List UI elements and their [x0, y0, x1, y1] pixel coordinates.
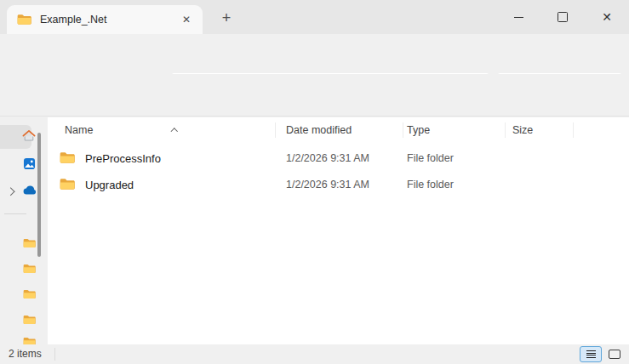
details-view-toggle[interactable] [580, 346, 602, 362]
file-type: File folder [407, 152, 454, 164]
new-tab-button[interactable]: + [216, 8, 237, 28]
close-icon: ✕ [602, 11, 612, 23]
navigation-bar: ← → ↑ Start backup ⋯ Example_.Net [0, 34, 629, 74]
column-divider[interactable] [403, 122, 403, 138]
file-row[interactable]: PreProcessInfo 1/2/2026 9:31 AM File fol… [48, 145, 629, 172]
file-type: File folder [407, 179, 454, 191]
maximize-icon [558, 12, 568, 22]
tab-close-button[interactable]: ✕ [177, 10, 196, 29]
folder-icon [60, 151, 75, 164]
file-explorer-window: Example_.Net ✕ + ✕ ← → ↑ Start backup ⋯ … [0, 0, 629, 364]
sort-ascending-icon[interactable] [172, 122, 177, 137]
tab-strip: Example_.Net ✕ + ✕ [0, 0, 629, 34]
icons-view-toggle[interactable] [603, 346, 626, 362]
sidebar-folder-icon[interactable] [23, 238, 36, 248]
close-window-button[interactable]: ✕ [585, 0, 629, 34]
file-row[interactable]: Upgraded 1/2/2026 9:31 AM File folder [48, 172, 629, 198]
navigation-pane [0, 117, 48, 344]
file-date-modified: 1/2/2026 9:31 AM [286, 152, 369, 164]
column-divider[interactable] [505, 122, 506, 138]
window-controls: ✕ [496, 0, 629, 34]
folder-icon [60, 178, 75, 191]
file-date-modified: 1/2/2026 9:31 AM [286, 179, 369, 191]
sidebar-folder-icon[interactable] [23, 264, 36, 274]
column-header-type[interactable]: Type [407, 117, 430, 143]
column-header-name[interactable]: Name [65, 117, 93, 143]
column-header-date[interactable]: Date modified [286, 117, 352, 143]
sidebar-divider [4, 213, 26, 214]
maximize-button[interactable] [540, 0, 585, 34]
view-toggles [580, 346, 626, 362]
folder-icon [17, 14, 31, 26]
details-view-icon [586, 350, 596, 358]
sidebar-scrollbar[interactable] [37, 133, 41, 257]
explorer-tab[interactable]: Example_.Net ✕ [7, 5, 203, 34]
expand-chevron-icon[interactable] [7, 188, 14, 196]
column-divider[interactable] [275, 122, 276, 138]
minimize-icon [514, 17, 523, 18]
onedrive-cloud-icon[interactable] [22, 185, 36, 195]
file-list-pane: Name Date modified Type Size PreProcessI… [48, 117, 629, 344]
column-header-size[interactable]: Size [512, 117, 533, 143]
minimize-button[interactable] [496, 0, 540, 34]
icons-view-icon [609, 350, 620, 359]
item-count: 2 items [9, 348, 42, 360]
command-toolbar: New ↑↓ Sort View [0, 74, 629, 117]
file-name: Upgraded [85, 179, 134, 191]
tab-title: Example_.Net [40, 14, 107, 26]
status-bar: 2 items [0, 344, 629, 364]
sidebar-folder-icon[interactable] [23, 315, 36, 325]
sidebar-folder-icon[interactable] [23, 289, 36, 299]
gallery-icon[interactable] [23, 157, 36, 170]
file-name: PreProcessInfo [85, 152, 161, 165]
home-icon [22, 129, 36, 141]
status-divider [54, 348, 55, 361]
column-divider[interactable] [573, 122, 574, 138]
